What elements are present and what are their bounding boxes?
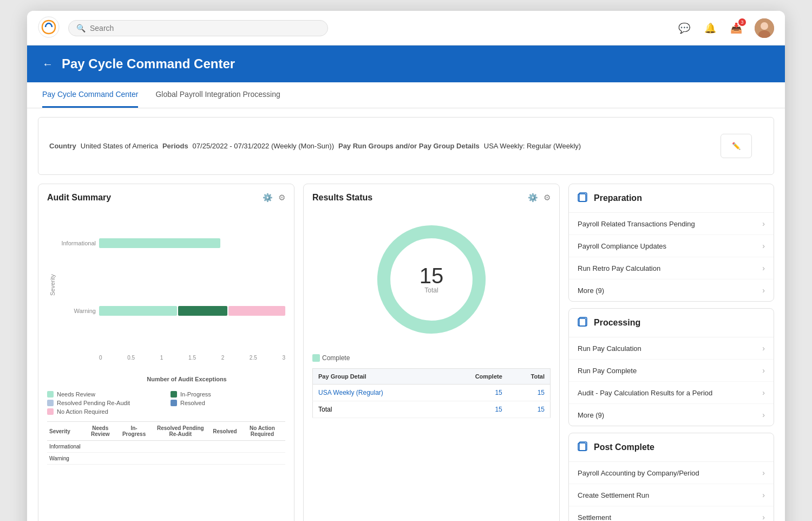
total-complete: 15 <box>443 401 508 418</box>
audit-legend: Needs Review In-Progress Resolved Pendin… <box>47 391 285 415</box>
preparation-item-1[interactable]: Payroll Related Transactions Pending › <box>569 213 774 235</box>
pay-group-name: USA Weekly (Regular) <box>313 385 443 401</box>
processing-item-2[interactable]: Run Pay Complete › <box>569 360 774 382</box>
results-settings-icon[interactable]: ⚙ <box>543 193 551 203</box>
table-row-total: Total 15 15 <box>313 401 551 418</box>
edit-icon[interactable]: ✏️ <box>721 134 752 158</box>
audit-col-in-progress: In-Progress <box>118 422 150 441</box>
bar-warning-inprogress <box>178 306 228 316</box>
inbox-icon[interactable]: 📥 3 <box>729 21 744 36</box>
bar-warning-noaction <box>228 306 285 316</box>
search-bar[interactable]: 🔍 <box>68 20 328 36</box>
search-input[interactable] <box>90 24 320 32</box>
legend-label-inprogress: In-Progress <box>180 391 211 398</box>
proc-item-1-arrow: › <box>762 344 765 353</box>
inbox-badge: 3 <box>738 18 746 26</box>
legend-resolved: Resolved <box>171 400 285 406</box>
status-legend: Complete <box>312 354 551 362</box>
audit-col-resolved: Resolved <box>211 422 239 441</box>
post-complete-item-3[interactable]: Settlement › <box>569 506 774 521</box>
preparation-item-more[interactable]: More (9) › <box>569 279 774 301</box>
filter-bar: Country United States of America Periods… <box>38 117 774 175</box>
chat-icon[interactable]: 💬 <box>677 21 692 36</box>
workday-logo[interactable] <box>38 16 60 40</box>
x-tick-05: 0.5 <box>127 355 135 361</box>
notification-icon[interactable]: 🔔 <box>703 21 718 36</box>
legend-dot-resolved <box>171 400 177 406</box>
x-axis: 0 0.5 1 1.5 2 2.5 3 <box>99 355 285 361</box>
back-button[interactable]: ← <box>42 58 53 70</box>
total-link[interactable]: 15 <box>538 389 545 396</box>
total-complete-link[interactable]: 15 <box>495 406 502 413</box>
post-complete-card: Post Complete Payroll Accounting by Comp… <box>568 433 774 521</box>
legend-dot-noaction <box>47 408 54 415</box>
audit-card-icons: ⚙️ ⚙ <box>263 193 285 203</box>
complete-count: 15 <box>443 385 508 401</box>
legend-complete: Complete <box>312 354 350 362</box>
y-axis-label: Severity <box>47 209 58 361</box>
row-no-action2 <box>239 453 285 465</box>
prep-item-2-arrow: › <box>762 242 765 250</box>
audit-filter-icon[interactable]: ⚙️ <box>263 193 273 203</box>
x-tick-2: 2 <box>221 355 225 361</box>
preparation-item-2[interactable]: Payroll Compliance Updates › <box>569 235 774 257</box>
processing-item-3[interactable]: Audit - Pay Calculation Results for a Pe… <box>569 382 774 404</box>
processing-item-1[interactable]: Run Pay Calculation › <box>569 337 774 360</box>
results-card-header: Results Status ⚙️ ⚙ <box>312 193 551 203</box>
donut-chart: 15 Total <box>372 220 491 339</box>
prep-item-3-arrow: › <box>762 264 765 272</box>
user-avatar[interactable] <box>755 18 774 38</box>
preparation-item-3[interactable]: Run Retro Pay Calculation › <box>569 257 774 279</box>
audit-summary-card: Audit Summary ⚙️ ⚙ Severity Informationa… <box>38 184 294 521</box>
country-label: Country <box>49 142 76 150</box>
results-title: Results Status <box>312 193 372 203</box>
post-item-1-arrow: › <box>762 468 765 477</box>
periods-value: 07/25/2022 - 07/31/2022 (Weekly (Mon-Sun… <box>193 142 334 150</box>
proc-item-3-label: Audit - Pay Calculation Results for a Pe… <box>578 389 712 397</box>
preparation-icon <box>578 192 588 205</box>
post-complete-item-2[interactable]: Create Settlement Run › <box>569 484 774 506</box>
prep-more-arrow: › <box>762 286 765 295</box>
post-item-2-arrow: › <box>762 491 765 499</box>
grand-total-link[interactable]: 15 <box>538 406 545 413</box>
legend-dot-inprogress <box>171 391 177 398</box>
row-no-action <box>239 441 285 453</box>
legend-dot-resolvedpending <box>47 400 54 406</box>
tab-global-payroll[interactable]: Global Payroll Integration Processing <box>155 82 280 108</box>
complete-link[interactable]: 15 <box>495 389 502 396</box>
post-item-2-label: Create Settlement Run <box>578 491 649 499</box>
row-in-progress <box>118 441 150 453</box>
tab-pay-cycle[interactable]: Pay Cycle Command Center <box>42 82 138 108</box>
results-table: Pay Group Detail Complete Total USA Week… <box>312 368 551 418</box>
x-tick-3: 3 <box>282 355 285 361</box>
right-panel: Preparation Payroll Related Transactions… <box>568 184 774 521</box>
table-row: USA Weekly (Regular) 15 15 <box>313 385 551 401</box>
row-resolved2 <box>211 453 239 465</box>
col-complete: Complete <box>443 369 508 385</box>
processing-item-more[interactable]: More (9) › <box>569 404 774 426</box>
legend-resolved-pending: Resolved Pending Re-Audit <box>47 400 162 406</box>
preparation-header: Preparation <box>569 184 774 213</box>
audit-chart: Severity Informational Warning <box>47 209 285 361</box>
country-value: United States of America <box>81 142 158 150</box>
audit-settings-icon[interactable]: ⚙ <box>278 193 285 203</box>
proc-more-label: More (9) <box>578 411 604 419</box>
processing-title: Processing <box>594 318 640 328</box>
audit-card-header: Audit Summary ⚙️ ⚙ <box>47 193 285 203</box>
main-content: Audit Summary ⚙️ ⚙ Severity Informationa… <box>27 184 785 521</box>
svg-point-0 <box>38 17 59 37</box>
preparation-title: Preparation <box>594 193 642 203</box>
chart-row-informational: Informational <box>58 209 285 277</box>
prep-item-2-label: Payroll Compliance Updates <box>578 242 666 250</box>
grand-total: 15 <box>508 401 551 418</box>
table-row: Warning <box>47 453 285 465</box>
donut-label: Total <box>420 286 444 294</box>
results-filter-icon[interactable]: ⚙️ <box>528 193 538 203</box>
pay-group-link[interactable]: USA Weekly (Regular) <box>318 389 383 396</box>
post-complete-item-1[interactable]: Payroll Accounting by Company/Period › <box>569 462 774 484</box>
x-tick-1: 1 <box>160 355 163 361</box>
proc-item-2-label: Run Pay Complete <box>578 367 637 375</box>
post-item-3-arrow: › <box>762 513 765 521</box>
legend-label-resolvedpending: Resolved Pending Re-Audit <box>57 400 130 406</box>
prep-item-1-arrow: › <box>762 219 765 228</box>
